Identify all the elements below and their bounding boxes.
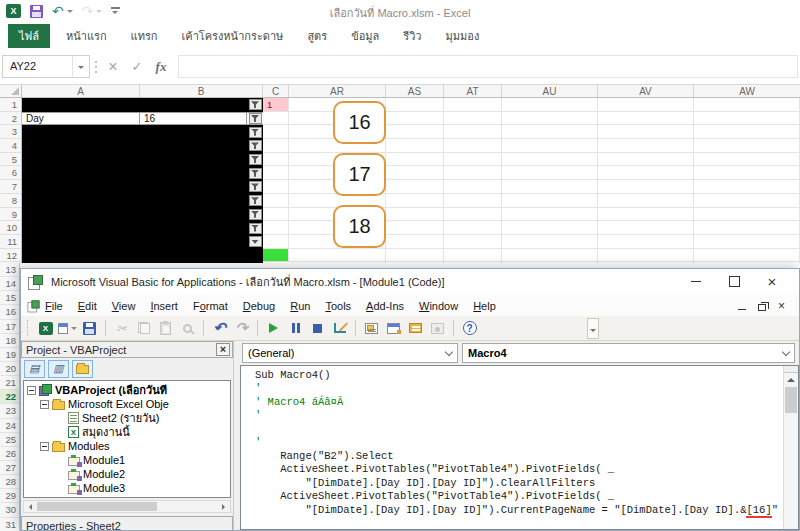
column-header[interactable]: AR — [289, 85, 386, 97]
row-number[interactable]: 27 — [0, 461, 19, 475]
menu-debug[interactable]: Debug — [243, 300, 275, 312]
cell-c[interactable] — [263, 249, 289, 263]
filter-button[interactable] — [249, 209, 262, 220]
sheet-row[interactable] — [22, 125, 263, 139]
code-scrollbar[interactable] — [783, 366, 798, 529]
copy-button[interactable] — [134, 319, 153, 338]
reset-button[interactable] — [308, 319, 327, 338]
row-number[interactable]: 20 — [0, 362, 19, 376]
cell-c[interactable] — [263, 153, 289, 167]
sheet-row[interactable] — [22, 153, 263, 167]
filter-button[interactable] — [249, 168, 262, 179]
scroll-up-icon[interactable] — [784, 373, 798, 387]
cell-c[interactable] — [263, 208, 289, 222]
sheet-row[interactable] — [22, 139, 263, 153]
row-number[interactable]: 19 — [0, 348, 19, 362]
save-button[interactable] — [80, 319, 99, 338]
shape-button-16[interactable]: 16 — [333, 101, 386, 144]
cell-c[interactable] — [263, 125, 289, 139]
cell-c[interactable] — [263, 194, 289, 208]
row-number[interactable]: 13 — [0, 263, 19, 277]
mdi-minimize-icon[interactable] — [738, 309, 746, 310]
shape-button-17[interactable]: 17 — [333, 153, 386, 196]
view-excel-button[interactable] — [36, 319, 55, 338]
row-number[interactable]: 12 — [0, 249, 21, 263]
toolbox-button[interactable] — [406, 319, 425, 338]
code-editor[interactable]: Sub Macro4()'' Macro4 áÁâ¤Ã' ' Range("B2… — [240, 365, 799, 530]
row-number[interactable]: 17 — [0, 320, 19, 334]
row-number[interactable]: 1 — [0, 98, 21, 112]
column-header[interactable]: C — [263, 85, 289, 97]
split-handle[interactable] — [784, 366, 798, 373]
scroll-thumb[interactable] — [785, 387, 797, 413]
row-number[interactable]: 21 — [0, 376, 19, 390]
filter-button[interactable] — [249, 181, 262, 192]
row-number[interactable]: 10 — [0, 221, 21, 235]
sheet-row[interactable] — [22, 166, 263, 180]
tree-item[interactable]: Module3 — [25, 481, 230, 495]
row-number[interactable]: 22 — [0, 390, 19, 404]
row-number[interactable]: 4 — [0, 139, 21, 153]
cell-a2[interactable]: Day — [22, 113, 140, 125]
cancel-icon[interactable] — [102, 55, 124, 78]
filter-button[interactable] — [249, 99, 262, 110]
cell-c[interactable]: 1 — [263, 98, 289, 112]
row-number[interactable]: 31 — [0, 518, 19, 531]
formula-input[interactable] — [178, 55, 798, 78]
row-number[interactable]: 29 — [0, 489, 19, 503]
cell-c[interactable] — [263, 166, 289, 180]
project-explorer-button[interactable] — [362, 319, 381, 338]
row-number[interactable]: 2 — [0, 112, 21, 126]
menu-view[interactable]: View — [112, 300, 136, 312]
column-header[interactable]: AT — [444, 85, 502, 97]
insert-function-icon[interactable]: fx — [150, 55, 172, 78]
sheet-row[interactable] — [22, 249, 263, 263]
mdi-close-icon[interactable] — [778, 299, 785, 313]
redo-button[interactable] — [232, 319, 251, 338]
scroll-left-icon[interactable] — [26, 504, 32, 510]
row-number[interactable]: 24 — [0, 419, 19, 433]
filter-button[interactable] — [249, 140, 262, 151]
paste-button[interactable] — [156, 319, 175, 338]
cell-c[interactable] — [263, 221, 289, 235]
ribbon-tab[interactable]: ข้อมูล — [339, 22, 391, 50]
column-header[interactable]: AV — [598, 85, 694, 97]
filter-button[interactable] — [249, 127, 262, 138]
enter-icon[interactable] — [126, 55, 148, 78]
menu-file[interactable]: File — [45, 300, 63, 312]
row-number[interactable]: 28 — [0, 475, 19, 489]
name-box-dropdown-icon[interactable] — [72, 56, 89, 77]
ribbon-tab[interactable]: แทรก — [119, 22, 170, 50]
tree-item[interactable]: VBAProject (เลือกวันที — [25, 383, 230, 397]
menu-run[interactable]: Run — [290, 300, 310, 312]
scroll-right-icon[interactable] — [222, 504, 228, 510]
sheet-row[interactable] — [22, 180, 263, 194]
filter-button[interactable] — [249, 113, 262, 124]
shape-button-18[interactable]: 18 — [333, 205, 386, 248]
cut-button[interactable] — [112, 319, 131, 338]
help-button[interactable] — [460, 319, 479, 338]
menu-window[interactable]: Window — [419, 300, 458, 312]
procedure-dropdown[interactable]: Macro4 — [462, 343, 795, 363]
collapse-icon[interactable] — [27, 386, 36, 395]
ribbon-tab[interactable]: หน้าแรก — [54, 22, 119, 50]
sheet-row[interactable] — [22, 221, 263, 235]
tree-item[interactable]: สมุดงานนี้ — [25, 425, 230, 439]
row-number[interactable]: 3 — [0, 125, 21, 139]
select-all-corner[interactable] — [0, 85, 22, 97]
ribbon-tab[interactable]: มุมมอง — [434, 22, 492, 50]
toolbar-options-button[interactable] — [587, 318, 599, 339]
column-header[interactable]: AS — [386, 85, 444, 97]
row-number[interactable]: 11 — [0, 235, 21, 249]
toggle-folders-button[interactable] — [72, 360, 93, 378]
sheet-row[interactable] — [22, 194, 263, 208]
scroll-thumb[interactable] — [37, 502, 157, 511]
cell-c[interactable] — [263, 112, 289, 126]
object-dropdown[interactable]: (General) — [242, 343, 458, 363]
cell-b2[interactable]: 16 — [140, 113, 247, 125]
column-header[interactable]: B — [140, 85, 263, 97]
break-button[interactable] — [286, 319, 305, 338]
run-button[interactable] — [264, 319, 283, 338]
filter-button[interactable] — [249, 154, 262, 165]
column-header[interactable]: A — [22, 85, 140, 97]
